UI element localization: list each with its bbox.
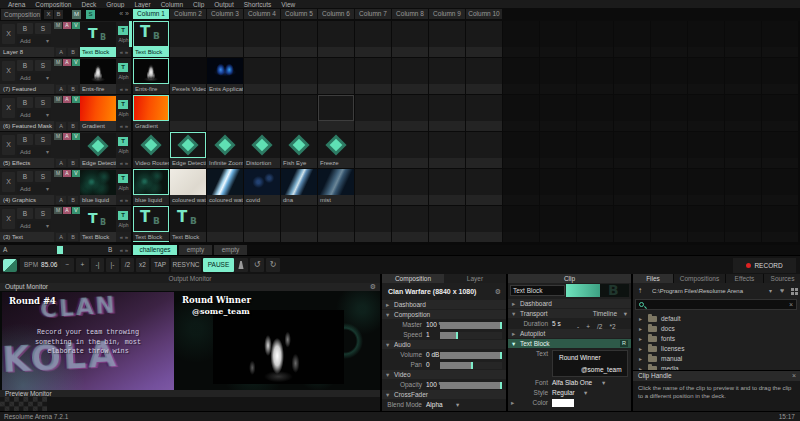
layer-name[interactable]: (3) Text: [0, 232, 54, 242]
clip-cell[interactable]: [503, 21, 539, 57]
layer-audio-button[interactable]: A: [63, 133, 71, 140]
menu-layer[interactable]: Layer: [134, 1, 150, 8]
clip-name[interactable]: Fish Eye: [281, 158, 317, 168]
clip-cell[interactable]: Fish Eye: [281, 132, 317, 168]
clip-thumb[interactable]: [133, 169, 169, 195]
clip-name[interactable]: [207, 47, 243, 57]
clip-name[interactable]: [392, 47, 428, 57]
column-tab-9[interactable]: Column 9: [429, 9, 465, 19]
clip-cell[interactable]: [503, 132, 539, 168]
clip-thumb[interactable]: [725, 132, 761, 158]
menu-group[interactable]: Group: [106, 1, 124, 8]
clip-name[interactable]: [355, 84, 391, 94]
clip-thumb[interactable]: [614, 95, 650, 121]
clip-cell[interactable]: [540, 206, 576, 242]
layer-crossfader-a[interactable]: A: [56, 233, 66, 241]
clip-name[interactable]: [318, 47, 354, 57]
layer-solo-button[interactable]: S: [35, 134, 51, 145]
clip-cell[interactable]: Ents Applications: [207, 58, 243, 94]
layer-crossfader-a[interactable]: A: [56, 48, 66, 56]
crossfader-position[interactable]: [57, 246, 63, 254]
clip-name[interactable]: [466, 158, 502, 168]
clip-name[interactable]: [392, 158, 428, 168]
clip-cell[interactable]: [540, 58, 576, 94]
layer-clip-arrows[interactable]: « »: [117, 233, 131, 241]
clip-cell[interactable]: [688, 95, 724, 131]
clip-thumb[interactable]: [651, 58, 687, 84]
clip-cell[interactable]: [540, 21, 576, 57]
clip-thumb[interactable]: [355, 95, 391, 121]
clip-thumb[interactable]: [577, 95, 613, 121]
section-composition[interactable]: ▾Composition: [382, 310, 506, 319]
clip-thumb[interactable]: [725, 206, 761, 232]
clip-thumb[interactable]: [577, 206, 613, 232]
clip-cell[interactable]: [540, 95, 576, 131]
clip-cell[interactable]: [429, 21, 465, 57]
layer-crossfader-a[interactable]: A: [56, 85, 66, 93]
layer-clear-button[interactable]: X: [2, 98, 15, 118]
clip-name[interactable]: [688, 195, 724, 205]
clip-name[interactable]: [762, 121, 798, 131]
clip-name[interactable]: [577, 158, 613, 168]
clip-name[interactable]: [466, 232, 502, 242]
clip-name[interactable]: [392, 195, 428, 205]
clip-thumb[interactable]: TB: [170, 206, 206, 232]
clip-thumb[interactable]: [503, 206, 539, 232]
clip-cell[interactable]: [688, 132, 724, 168]
clip-name[interactable]: [244, 232, 280, 242]
clip-thumb[interactable]: [392, 58, 428, 84]
clip-cell[interactable]: [392, 21, 428, 57]
layer-clip-arrows[interactable]: « »: [117, 196, 131, 204]
clip-thumb[interactable]: [725, 21, 761, 47]
clip-thumb[interactable]: [466, 95, 502, 121]
clip-name[interactable]: [466, 121, 502, 131]
layer-bypass-button[interactable]: B: [17, 60, 33, 71]
clip-thumb[interactable]: [540, 206, 576, 232]
clip-cell[interactable]: [651, 95, 687, 131]
clip-cell[interactable]: [614, 169, 650, 205]
clip-name[interactable]: [651, 47, 687, 57]
layer-crossfader-a[interactable]: A: [56, 159, 66, 167]
clip-cell[interactable]: [355, 132, 391, 168]
param-slider[interactable]: [440, 382, 502, 389]
param-value[interactable]: Alpha: [426, 400, 443, 410]
layer-mask-button[interactable]: M: [54, 96, 62, 103]
clip-name[interactable]: [392, 232, 428, 242]
clip-name[interactable]: [429, 232, 465, 242]
clip-cell[interactable]: [651, 169, 687, 205]
section-audio[interactable]: ▾Audio: [382, 340, 506, 349]
clip-thumb[interactable]: [318, 58, 354, 84]
layer-thumb-button[interactable]: T: [118, 26, 128, 35]
clip-thumb[interactable]: [318, 169, 354, 195]
folder-docs[interactable]: ▸docs: [633, 324, 800, 334]
clip-cell[interactable]: [318, 58, 354, 94]
clip-thumb[interactable]: [577, 169, 613, 195]
clip-cell[interactable]: [725, 206, 761, 242]
clip-thumb[interactable]: [244, 206, 280, 232]
toolbar-button-−[interactable]: −: [61, 258, 74, 272]
clip-thumb[interactable]: [392, 21, 428, 47]
clip-thumb[interactable]: [281, 206, 317, 232]
clip-thumb[interactable]: [170, 21, 206, 47]
clip-cell[interactable]: [577, 169, 613, 205]
layer-name[interactable]: Layer 8: [0, 47, 54, 57]
clip-cell[interactable]: [281, 95, 317, 131]
clip-name[interactable]: [614, 121, 650, 131]
deck-tab-1[interactable]: challenges: [133, 245, 177, 255]
layer-crossfader-b[interactable]: B: [68, 159, 78, 167]
clip-thumb[interactable]: [762, 169, 798, 195]
tab-layer[interactable]: Layer: [444, 274, 506, 283]
menu-clip[interactable]: Clip: [193, 1, 204, 8]
clip-name[interactable]: [503, 195, 539, 205]
clip-thumb[interactable]: [503, 132, 539, 158]
param-slider[interactable]: [440, 352, 502, 359]
layer-crossfader-a[interactable]: A: [56, 122, 66, 130]
clip-name[interactable]: [503, 232, 539, 242]
clip-thumb[interactable]: [207, 95, 243, 121]
clip-thumb[interactable]: [688, 95, 724, 121]
layer-clip-arrows[interactable]: « »: [117, 122, 131, 130]
chevron-down-icon[interactable]: ▾: [602, 378, 605, 388]
clip-cell[interactable]: [503, 206, 539, 242]
clip-cell[interactable]: [244, 21, 280, 57]
clip-name[interactable]: [577, 47, 613, 57]
